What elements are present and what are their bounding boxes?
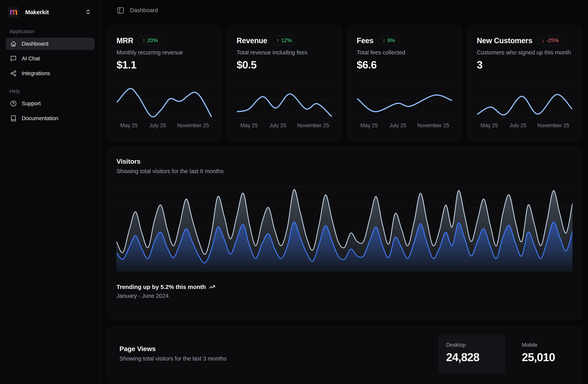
sidebar-item-label: Integrations xyxy=(22,70,50,76)
visitors-trend-text: Trending up by 5.2% this month xyxy=(117,284,206,290)
stat-card-value: $0.5 xyxy=(236,59,332,70)
sidebar-item-ai-chat[interactable]: AI Chat xyxy=(6,52,95,65)
x-axis-label: July 25 xyxy=(509,122,526,129)
help-icon xyxy=(10,100,17,107)
visitors-chart xyxy=(117,184,572,272)
stat-card-new-customers: New Customers↓-25%Customers who signed u… xyxy=(468,25,582,142)
workspace-selector[interactable]: m Makerkit xyxy=(6,4,95,21)
home-icon xyxy=(10,41,17,47)
chat-icon xyxy=(10,55,17,62)
arrow-up-icon: ↑ xyxy=(143,38,145,44)
makerkit-logo: m xyxy=(8,6,19,18)
x-axis-label: July 25 xyxy=(389,122,406,129)
sidebar-nav: ApplicationDashboardAI ChatIntegrationsH… xyxy=(6,28,95,124)
visitors-trend-line: Trending up by 5.2% this month xyxy=(117,284,572,290)
trending-up-icon xyxy=(209,284,215,290)
x-axis-label: November 25 xyxy=(537,122,569,129)
topbar: Dashboard xyxy=(101,0,588,21)
sidebar-item-support[interactable]: Support xyxy=(6,97,95,110)
book-icon xyxy=(10,115,17,121)
trend-badge-value: 9% xyxy=(387,38,395,44)
stat-card-title: MRR xyxy=(117,36,133,45)
sparkline-chart xyxy=(477,81,572,120)
stat-card-subtitle: Customers who signed up this month xyxy=(477,49,572,56)
x-axis-label: November 25 xyxy=(297,122,329,129)
page-views-card: Page Views Showing total visitors for th… xyxy=(107,326,582,383)
stat-card-subtitle: Total revenue including fees xyxy=(236,49,332,56)
trend-badge: ↑9% xyxy=(378,36,400,45)
page-views-subtitle: Showing total visitors for the last 3 mo… xyxy=(119,355,227,362)
sidebar-item-dashboard[interactable]: Dashboard xyxy=(6,38,95,50)
page-views-stats: Desktop24,828Mobile25,010 xyxy=(438,335,581,374)
trend-badge: ↑20% xyxy=(138,36,162,45)
share-icon xyxy=(10,70,17,76)
stat-card-value: 3 xyxy=(477,59,572,70)
stat-card-fees: Fees↑9%Total fees collected$6.6May 25Jul… xyxy=(348,25,462,142)
panel-left-icon[interactable] xyxy=(117,7,124,14)
stat-card-value: $6.6 xyxy=(357,59,452,70)
trend-badge: ↓-25% xyxy=(537,36,563,45)
page-views-stat-value: 24,828 xyxy=(446,350,505,364)
trend-badge-value: 20% xyxy=(147,38,158,44)
x-axis-label: May 25 xyxy=(120,122,138,129)
page-views-toggle-desktop[interactable]: Desktop24,828 xyxy=(438,335,505,374)
stat-cards-row: MRR↑20%Monthly recurring revenue$1.1May … xyxy=(107,25,582,142)
x-axis-label: May 25 xyxy=(360,122,378,129)
trend-badge-value: -25% xyxy=(546,38,559,44)
workspace-name: Makerkit xyxy=(25,9,49,16)
stat-card-value: $1.1 xyxy=(117,59,212,70)
sparkline-x-labels: May 25July 25November 25 xyxy=(236,122,332,130)
sparkline-chart xyxy=(236,81,332,120)
main-content: Dashboard MRR↑20%Monthly recurring reven… xyxy=(101,0,588,384)
trend-badge-value: 12% xyxy=(281,38,292,44)
stat-card-subtitle: Total fees collected xyxy=(357,49,452,56)
arrow-up-icon: ↑ xyxy=(383,38,386,44)
page-views-toggle-mobile[interactable]: Mobile25,010 xyxy=(514,335,581,374)
sidebar-item-label: AI Chat xyxy=(22,55,40,62)
sidebar-item-documentation[interactable]: Documentation xyxy=(6,112,95,124)
stat-card-revenue: Revenue↑12%Total revenue including fees$… xyxy=(228,25,341,142)
trend-badge: ↑12% xyxy=(272,36,296,45)
stat-card-title: New Customers xyxy=(477,36,532,45)
breadcrumb: Dashboard xyxy=(130,7,158,14)
logo-letter: m xyxy=(10,7,18,16)
page-views-stat-label: Desktop xyxy=(446,342,505,348)
sidebar-item-label: Support xyxy=(22,100,41,107)
stat-card-title: Fees xyxy=(357,36,374,45)
chevrons-up-down-icon xyxy=(85,9,91,16)
page-views-stat-label: Mobile xyxy=(522,342,581,348)
sparkline-chart xyxy=(357,81,452,120)
sparkline-chart xyxy=(117,81,212,120)
sidebar: m Makerkit ApplicationDashboardAI ChatIn… xyxy=(0,0,101,384)
stat-card-subtitle: Monthly recurring revenue xyxy=(117,49,212,56)
sparkline-x-labels: May 25July 25November 25 xyxy=(477,122,572,130)
x-axis-label: May 25 xyxy=(481,122,498,129)
visitors-date-range: January - June 2024 xyxy=(117,293,572,299)
x-axis-label: May 25 xyxy=(240,122,258,129)
page-views-stat-value: 25,010 xyxy=(522,350,581,364)
stat-card-mrr: MRR↑20%Monthly recurring revenue$1.1May … xyxy=(107,25,221,142)
sidebar-item-integrations[interactable]: Integrations xyxy=(6,67,95,79)
stat-card-title: Revenue xyxy=(236,36,267,45)
sparkline-x-labels: May 25July 25November 25 xyxy=(357,122,452,130)
x-axis-label: July 25 xyxy=(149,122,166,129)
nav-section-label: Help xyxy=(9,88,95,94)
visitors-subtitle: Showing total visitors for the last 6 mo… xyxy=(117,168,572,175)
sidebar-item-label: Documentation xyxy=(22,115,58,121)
visitors-title: Visitors xyxy=(117,158,572,165)
page-views-title: Page Views xyxy=(119,345,227,353)
x-axis-label: July 25 xyxy=(269,122,286,129)
arrow-down-icon: ↓ xyxy=(542,38,545,44)
nav-section-label: Application xyxy=(9,28,95,35)
visitors-card: Visitors Showing total visitors for the … xyxy=(107,147,582,320)
sparkline-x-labels: May 25July 25November 25 xyxy=(117,122,212,130)
x-axis-label: November 25 xyxy=(177,122,209,129)
arrow-up-icon: ↑ xyxy=(276,38,279,44)
sidebar-item-label: Dashboard xyxy=(22,41,48,47)
x-axis-label: November 25 xyxy=(417,122,449,129)
